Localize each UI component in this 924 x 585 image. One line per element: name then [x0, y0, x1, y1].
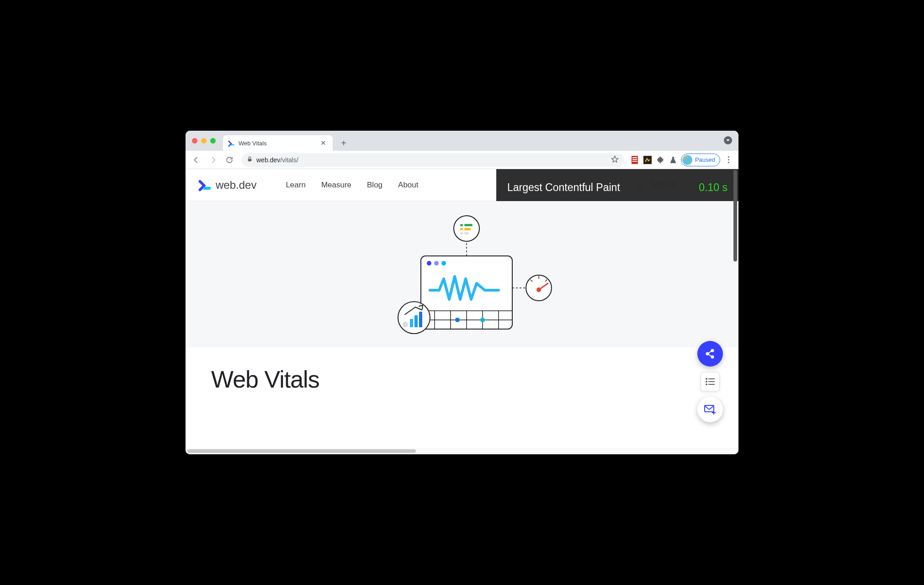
svg-point-8: [427, 261, 431, 266]
window-controls: [190, 131, 218, 151]
svg-rect-50: [705, 405, 714, 412]
svg-rect-23: [464, 224, 473, 226]
svg-rect-26: [460, 232, 463, 234]
svg-line-43: [708, 354, 712, 356]
new-tab-button[interactable]: +: [337, 137, 350, 149]
svg-rect-49: [708, 384, 715, 385]
tab-strip: Web Vitals ✕ +: [186, 131, 738, 151]
extension-icon-2[interactable]: [643, 156, 652, 164]
extension-icons: [629, 156, 679, 164]
svg-point-19: [480, 318, 485, 322]
tab-overflow-button[interactable]: [724, 136, 732, 144]
svg-line-42: [708, 351, 712, 353]
tab-close-button[interactable]: ✕: [319, 138, 328, 148]
horizontal-scroll-thumb[interactable]: [187, 449, 416, 453]
window-close-button[interactable]: [192, 138, 197, 144]
logo-text: web.dev: [216, 179, 256, 191]
hero-section: [186, 201, 738, 347]
url-text: web.dev/vitals/: [256, 156, 607, 164]
vitals-value: 0.10 s: [699, 181, 728, 194]
svg-point-18: [455, 318, 460, 322]
browser-tab[interactable]: Web Vitals ✕: [223, 135, 333, 151]
svg-rect-24: [460, 228, 463, 230]
mail-plus-icon: [704, 404, 716, 415]
share-icon: [705, 348, 716, 359]
horizontal-scrollbar[interactable]: [186, 448, 738, 454]
share-fab[interactable]: [697, 341, 723, 367]
svg-rect-22: [460, 224, 463, 226]
svg-rect-4: [632, 161, 637, 162]
back-button[interactable]: [189, 153, 204, 167]
browser-window: Web Vitals ✕ + web.dev/vitals/: [186, 131, 738, 454]
svg-point-44: [706, 378, 707, 380]
window-maximize-button[interactable]: [210, 138, 216, 144]
bookmark-star-icon[interactable]: [611, 155, 619, 165]
nav-blog[interactable]: Blog: [367, 181, 382, 190]
vitals-row-lcp: Largest Contentful Paint 0.10 s: [507, 177, 728, 197]
profile-chip[interactable]: Paused: [681, 154, 720, 166]
page-viewport: web.dev Learn Measure Blog About Search …: [186, 169, 738, 454]
nav-learn[interactable]: Learn: [286, 181, 305, 190]
labs-flask-icon[interactable]: [669, 156, 677, 164]
svg-rect-38: [419, 312, 422, 327]
site-logo[interactable]: web.dev: [198, 179, 256, 191]
subscribe-fab[interactable]: [697, 397, 723, 422]
svg-point-9: [434, 261, 439, 266]
extensions-puzzle-icon[interactable]: [656, 156, 664, 164]
svg-rect-2: [632, 157, 637, 158]
svg-point-48: [706, 383, 707, 385]
vertical-scrollbar[interactable]: [732, 169, 738, 448]
reload-button[interactable]: [222, 153, 237, 167]
svg-rect-45: [708, 378, 715, 379]
svg-rect-37: [414, 315, 418, 327]
page-title: Web Vitals: [211, 366, 713, 393]
svg-point-34: [398, 302, 430, 334]
svg-point-10: [441, 261, 446, 266]
vitals-illustration: [380, 215, 544, 334]
svg-rect-0: [248, 159, 252, 161]
nav-about[interactable]: About: [398, 181, 418, 190]
svg-point-35: [403, 322, 408, 327]
tab-favicon: [228, 139, 235, 147]
toc-fab[interactable]: [701, 372, 720, 391]
vitals-label: Largest Contentful Paint: [507, 181, 620, 194]
profile-avatar-icon: [682, 155, 692, 165]
lock-icon: [247, 156, 253, 164]
svg-rect-25: [464, 228, 471, 230]
toolbar: web.dev/vitals/ Paused: [186, 151, 738, 169]
address-bar[interactable]: web.dev/vitals/: [241, 153, 624, 167]
nav-measure[interactable]: Measure: [321, 181, 351, 190]
svg-rect-47: [708, 381, 715, 382]
chrome-menu-button[interactable]: [722, 154, 735, 166]
extension-icon-1[interactable]: [631, 156, 639, 164]
content-area: Web Vitals: [186, 347, 738, 411]
tab-title: Web Vitals: [239, 140, 319, 147]
svg-rect-3: [632, 159, 637, 160]
profile-status-label: Paused: [695, 156, 715, 163]
fab-stack: [697, 341, 723, 422]
forward-button[interactable]: [206, 153, 220, 167]
list-icon: [706, 378, 715, 385]
vertical-scroll-thumb[interactable]: [733, 170, 737, 261]
svg-rect-36: [410, 319, 413, 327]
svg-rect-27: [464, 232, 469, 234]
window-minimize-button[interactable]: [201, 138, 207, 144]
svg-point-46: [706, 381, 707, 383]
